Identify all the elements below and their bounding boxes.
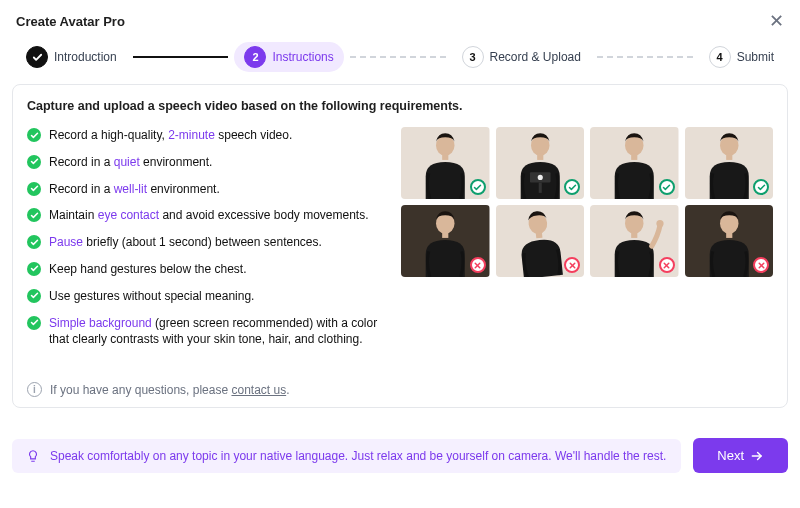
example-thumb bbox=[590, 127, 679, 199]
svg-rect-11 bbox=[631, 154, 637, 160]
check-icon bbox=[27, 262, 41, 276]
svg-point-28 bbox=[656, 220, 663, 227]
step-connector bbox=[133, 56, 229, 58]
requirement-item: Pause briefly (about 1 second) between s… bbox=[27, 234, 381, 251]
next-button[interactable]: Next bbox=[693, 438, 788, 473]
check-icon bbox=[27, 155, 41, 169]
tip-box: Speak comfortably on any topic in your n… bbox=[12, 439, 681, 473]
requirement-item: Use gestures without special meaning. bbox=[27, 288, 381, 305]
example-thumb bbox=[685, 205, 774, 277]
check-icon bbox=[27, 128, 41, 142]
example-thumb bbox=[685, 127, 774, 199]
step-label: Introduction bbox=[54, 50, 117, 64]
requirements-list: Record a high-quality, 2-minute speech v… bbox=[27, 127, 381, 348]
bad-badge-icon bbox=[659, 257, 675, 273]
good-badge-icon bbox=[659, 179, 675, 195]
step-label: Record & Upload bbox=[490, 50, 581, 64]
step-label: Submit bbox=[737, 50, 774, 64]
requirement-item: Maintain eye contact and avoid excessive… bbox=[27, 207, 381, 224]
arrow-right-icon bbox=[750, 449, 764, 463]
bad-badge-icon bbox=[564, 257, 580, 273]
instructions-card: Capture and upload a speech video based … bbox=[12, 84, 788, 408]
svg-rect-14 bbox=[726, 154, 732, 160]
svg-rect-2 bbox=[442, 154, 448, 160]
bad-badge-icon bbox=[470, 257, 486, 273]
requirement-item: Record in a well-lit environment. bbox=[27, 181, 381, 198]
example-thumb bbox=[401, 127, 490, 199]
step-label: Instructions bbox=[272, 50, 333, 64]
good-badge-icon bbox=[470, 179, 486, 195]
svg-rect-33 bbox=[726, 232, 732, 238]
svg-rect-8 bbox=[538, 183, 541, 193]
card-title: Capture and upload a speech video based … bbox=[27, 99, 773, 113]
check-icon bbox=[27, 182, 41, 196]
bad-badge-icon bbox=[753, 257, 769, 273]
requirement-item: Keep hand gestures below the chest. bbox=[27, 261, 381, 278]
example-thumb bbox=[590, 205, 679, 277]
check-icon bbox=[27, 316, 41, 330]
close-icon[interactable]: ✕ bbox=[769, 12, 784, 30]
example-thumbnails bbox=[401, 127, 773, 277]
requirement-item: Record a high-quality, 2-minute speech v… bbox=[27, 127, 381, 144]
check-icon bbox=[27, 235, 41, 249]
good-badge-icon bbox=[564, 179, 580, 195]
svg-rect-17 bbox=[442, 232, 448, 238]
example-thumb bbox=[401, 205, 490, 277]
requirement-item: Simple background (green screen recommen… bbox=[27, 315, 381, 349]
svg-rect-27 bbox=[631, 232, 637, 238]
check-icon bbox=[27, 289, 41, 303]
tip-icon bbox=[26, 449, 40, 463]
requirement-item: Record in a quiet environment. bbox=[27, 154, 381, 171]
modal-title: Create Avatar Pro bbox=[16, 14, 125, 29]
contact-us-link[interactable]: contact us bbox=[231, 383, 286, 397]
step-connector bbox=[350, 56, 446, 58]
svg-rect-5 bbox=[537, 154, 543, 160]
step-introduction[interactable]: Introduction bbox=[16, 42, 127, 72]
svg-point-7 bbox=[537, 175, 542, 180]
step-record-upload[interactable]: 3Record & Upload bbox=[452, 42, 591, 72]
tip-text: Speak comfortably on any topic in your n… bbox=[50, 449, 666, 463]
info-icon: i bbox=[27, 382, 42, 397]
stepper: Introduction2Instructions3Record & Uploa… bbox=[0, 42, 800, 84]
svg-rect-22 bbox=[535, 232, 542, 239]
step-submit[interactable]: 4Submit bbox=[699, 42, 784, 72]
check-icon bbox=[27, 208, 41, 222]
contact-row: i If you have any questions, please cont… bbox=[27, 382, 773, 397]
example-thumb bbox=[496, 205, 585, 277]
example-thumb bbox=[496, 127, 585, 199]
step-instructions[interactable]: 2Instructions bbox=[234, 42, 343, 72]
good-badge-icon bbox=[753, 179, 769, 195]
step-connector bbox=[597, 56, 693, 58]
